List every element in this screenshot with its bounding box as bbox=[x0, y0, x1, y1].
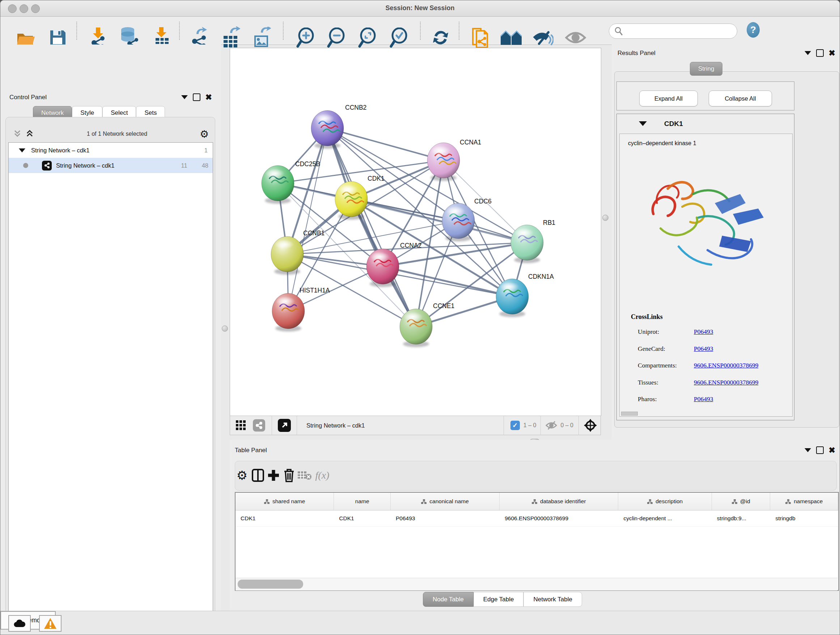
panel-minimize-icon[interactable] bbox=[805, 448, 811, 452]
cell-name[interactable]: CDK1 bbox=[334, 510, 391, 526]
selected-checkbox-icon[interactable]: ✓ bbox=[510, 421, 520, 430]
network-list-header: 1 of 1 Network selected ⚙ bbox=[8, 127, 212, 141]
mini-scrollbar[interactable] bbox=[621, 412, 638, 416]
edge-CCNB2-HIST1H1A[interactable] bbox=[288, 128, 327, 311]
node-CDK1[interactable]: CDK1 bbox=[335, 175, 385, 220]
help-button[interactable]: ? bbox=[747, 22, 760, 38]
open-session-icon[interactable] bbox=[16, 29, 35, 46]
crosslink-link[interactable]: P06493 bbox=[694, 395, 713, 402]
crosslink-link[interactable]: P06493 bbox=[694, 345, 713, 352]
expand-all-button[interactable]: Expand All bbox=[639, 90, 698, 106]
grid-view-icon[interactable] bbox=[235, 420, 246, 431]
network-collection-row[interactable]: String Network – cdk1 1 bbox=[9, 143, 213, 158]
create-column-icon[interactable] bbox=[267, 469, 279, 481]
cell-canonical-name[interactable]: P06493 bbox=[391, 510, 500, 526]
gene-description: cyclin–dependent kinase 1 bbox=[628, 140, 696, 147]
annotation-copy-icon[interactable] bbox=[470, 27, 489, 49]
function-builder-icon[interactable]: f(x) bbox=[316, 470, 330, 481]
hide-selected-eye-icon[interactable] bbox=[532, 29, 554, 47]
panel-float-icon[interactable] bbox=[816, 447, 824, 454]
gene-section-header[interactable]: CDK1 bbox=[616, 114, 794, 134]
node-table: shared namenamecanonical namedatabase id… bbox=[235, 492, 839, 591]
network-row[interactable]: String Network – cdk1 11 48 bbox=[9, 158, 213, 173]
delete-column-icon[interactable] bbox=[284, 469, 294, 482]
node-label-CCNB2: CCNB2 bbox=[345, 104, 366, 111]
control-panel-title: Control Panel bbox=[9, 94, 47, 101]
panel-minimize-icon[interactable] bbox=[181, 95, 188, 99]
table-tab-edge-table[interactable]: Edge Table bbox=[474, 592, 524, 607]
vertical-splitter-handle[interactable] bbox=[602, 215, 608, 221]
node-HIST1H1A[interactable]: HIST1H1A bbox=[272, 287, 330, 332]
table-settings-gear-icon[interactable]: ⚙ bbox=[237, 468, 248, 483]
column-header-@id[interactable]: @id bbox=[712, 493, 771, 510]
section-expander-icon[interactable] bbox=[639, 121, 647, 126]
warning-button[interactable] bbox=[39, 615, 62, 632]
open-in-new-window-icon[interactable] bbox=[278, 419, 291, 432]
vertical-splitter-handle[interactable] bbox=[222, 325, 228, 332]
export-image-icon[interactable] bbox=[253, 27, 271, 49]
panel-float-icon[interactable] bbox=[816, 49, 824, 57]
crosslink-link[interactable]: P06493 bbox=[694, 328, 713, 335]
zoom-selected-icon[interactable] bbox=[389, 27, 408, 48]
panel-float-icon[interactable] bbox=[193, 93, 201, 101]
cell-shared-name[interactable]: CDK1 bbox=[235, 510, 334, 526]
node-CCNB2[interactable]: CCNB2 bbox=[311, 104, 366, 149]
node-CDC25B[interactable]: CDC25B bbox=[262, 160, 320, 204]
table-tab-network-table[interactable]: Network Table bbox=[523, 592, 582, 607]
cell-@id[interactable]: stringdb:9... bbox=[712, 510, 771, 526]
network-share-view-icon[interactable] bbox=[253, 419, 265, 432]
network-list-options-gear-icon[interactable]: ⚙ bbox=[200, 128, 209, 140]
network-node-count: 11 bbox=[181, 162, 187, 169]
column-header-name[interactable]: name bbox=[334, 493, 391, 510]
panel-close-icon[interactable]: ✖ bbox=[829, 447, 835, 453]
scrollbar-thumb[interactable] bbox=[238, 580, 303, 589]
crosslink-link[interactable]: 9606.ENSP00000378699 bbox=[694, 362, 758, 369]
show-columns-icon[interactable] bbox=[252, 469, 264, 482]
zoom-fit-icon[interactable] bbox=[358, 27, 377, 48]
panel-minimize-icon[interactable] bbox=[805, 51, 811, 55]
expand-all-chevron-icon[interactable] bbox=[25, 129, 34, 139]
table-panel-tabs: Node TableEdge TableNetwork Table bbox=[423, 592, 582, 607]
column-header-database-identifier[interactable]: database identifier bbox=[500, 493, 618, 510]
search-input[interactable] bbox=[623, 27, 726, 35]
cell-description[interactable]: cyclin-dependent ... bbox=[618, 510, 712, 526]
birdseye-home-icon[interactable] bbox=[500, 29, 523, 46]
panel-close-icon[interactable]: ✖ bbox=[829, 50, 835, 56]
collapse-all-chevron-icon[interactable] bbox=[13, 129, 22, 139]
cell-database-identifier[interactable]: 9606.ENSP00000378699 bbox=[500, 510, 618, 526]
application-window: Session: New Session bbox=[0, 0, 840, 635]
edge-CCNB2-CCNE1[interactable] bbox=[327, 128, 416, 326]
node-CDC6[interactable]: CDC6 bbox=[442, 198, 492, 241]
column-header-description[interactable]: description bbox=[618, 493, 712, 510]
network-canvas[interactable]: CCNB2CCNA1CDC25BCDK1CDC6RB1CCNB1CCNA2CDK… bbox=[230, 48, 601, 416]
refresh-layout-icon[interactable] bbox=[431, 28, 450, 48]
node-CDKN1A[interactable]: CDKN1A bbox=[496, 273, 554, 317]
table-horizontal-scrollbar[interactable] bbox=[235, 578, 837, 591]
crosslink-link[interactable]: 9606.ENSP00000378699 bbox=[694, 379, 758, 386]
zoom-in-icon[interactable] bbox=[296, 27, 315, 48]
results-tab-string[interactable]: String bbox=[690, 62, 722, 76]
zoom-out-icon[interactable] bbox=[327, 27, 346, 48]
table-data-row[interactable]: CDK1CDK1P064939606.ENSP00000378699cyclin… bbox=[235, 510, 838, 527]
toolbar-separator bbox=[283, 22, 284, 40]
column-header-namespace[interactable]: namespace bbox=[770, 493, 838, 510]
control-panel-titlebar: Control Panel ✖ bbox=[9, 93, 212, 101]
edge-CCNA2-CDKN1A[interactable] bbox=[383, 266, 512, 296]
column-header-canonical-name[interactable]: canonical name bbox=[391, 493, 500, 510]
save-session-icon[interactable] bbox=[49, 29, 66, 46]
status-bar: Memory bbox=[0, 611, 840, 635]
column-header-shared-name[interactable]: shared name bbox=[235, 493, 334, 510]
panel-close-icon[interactable]: ✖ bbox=[205, 94, 212, 100]
collapse-all-button[interactable]: Collapse All bbox=[709, 90, 772, 106]
cloud-status-button[interactable] bbox=[8, 615, 31, 632]
node-RB1[interactable]: RB1 bbox=[511, 219, 555, 263]
pan-crosshair-icon[interactable] bbox=[583, 418, 598, 432]
remove-table-icon[interactable] bbox=[297, 470, 312, 480]
node-CCNA1[interactable]: CCNA1 bbox=[427, 139, 481, 181]
tree-expander-icon[interactable] bbox=[19, 149, 25, 152]
cell-namespace[interactable]: stringdb bbox=[770, 510, 838, 526]
network-view-toolbar: String Network – cdk1 ✓ 1 – 0 0 – 0 bbox=[230, 416, 601, 435]
show-all-eye-icon[interactable] bbox=[565, 30, 586, 46]
export-table-icon[interactable] bbox=[222, 27, 240, 49]
table-tab-node-table[interactable]: Node Table bbox=[423, 592, 474, 607]
